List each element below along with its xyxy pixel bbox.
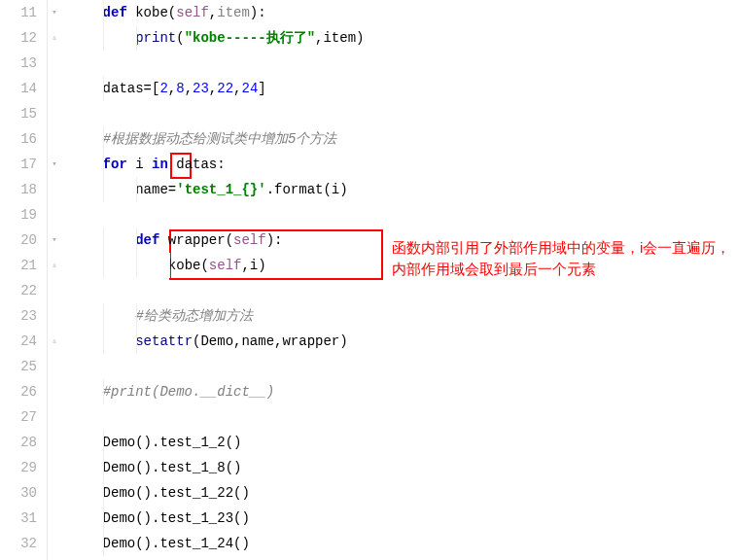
line-number: 19 [0, 202, 37, 228]
line-number: 20 [0, 228, 37, 253]
line-number: 17 [0, 152, 37, 177]
code-line[interactable] [70, 404, 738, 430]
code-line[interactable] [70, 354, 738, 379]
code-line[interactable]: name='test_1_{}'.format(i) [70, 177, 738, 202]
token-plain: , [185, 81, 193, 96]
code-line[interactable]: Demo().test_1_23() [70, 506, 738, 531]
line-number: 26 [0, 379, 37, 404]
code-line[interactable]: def kobe(self,item): [70, 0, 738, 25]
token-plain: , [168, 81, 176, 96]
code-editor[interactable]: 1112131415161718192021222324252627282930… [0, 0, 738, 560]
token-num: 22 [217, 81, 233, 96]
code-area[interactable]: 函数内部引用了外部作用域中的变量，i会一直遍历，内部作用域会取到最后一个元素 d… [66, 0, 738, 560]
code-line[interactable]: Demo().test_1_8() [70, 455, 738, 480]
token-plain: i [135, 157, 152, 172]
token-builtin: setattr [135, 333, 193, 349]
line-number: 31 [0, 506, 37, 531]
token-plain: datas=[ [103, 81, 160, 96]
token-plain: (Demo,name,wrapper) [193, 333, 348, 349]
token-builtin: print [135, 30, 176, 46]
token-comment: #根据数据动态给测试类中增加5个方法 [103, 131, 337, 147]
fold-marker-icon[interactable]: ▾ [50, 235, 59, 245]
token-num: 23 [193, 81, 209, 96]
line-number: 12 [0, 25, 37, 51]
token-self: self [233, 232, 266, 248]
token-plain: ,i) [241, 258, 265, 273]
token-plain: Demo().test_1_8() [103, 460, 242, 475]
code-line[interactable] [70, 202, 738, 228]
token-plain: Demo().test_1_23() [103, 510, 250, 526]
code-line[interactable]: for i in datas: [70, 152, 738, 177]
token-plain: ( [168, 5, 176, 20]
line-number: 21 [0, 253, 37, 278]
token-func: kobe [135, 5, 168, 20]
token-plain: ): [266, 232, 283, 248]
token-num: 2 [159, 81, 167, 96]
token-self: self [176, 5, 209, 20]
token-kw: for [103, 157, 136, 172]
token-plain: Demo().test_1_2() [103, 435, 242, 450]
code-line[interactable]: #根据数据动态给测试类中增加5个方法 [70, 126, 738, 152]
line-number: 11 [0, 0, 37, 25]
code-line[interactable]: #print(Demo.__dict__) [70, 379, 738, 404]
fold-marker-icon[interactable]: ▵ [50, 336, 59, 346]
line-number: 14 [0, 76, 37, 101]
line-number: 32 [0, 531, 37, 556]
line-number: 25 [0, 354, 37, 379]
line-number: 15 [0, 101, 37, 126]
line-number: 27 [0, 404, 37, 430]
fold-marker-icon[interactable]: ▵ [50, 261, 59, 270]
code-line[interactable]: Demo().test_1_2() [70, 430, 738, 455]
code-line[interactable]: print("kobe-----执行了",item) [70, 25, 738, 51]
token-kw: in [152, 157, 176, 172]
line-number-gutter: 1112131415161718192021222324252627282930… [0, 0, 47, 560]
line-number: 13 [0, 51, 37, 76]
token-num: 8 [176, 81, 184, 96]
code-line[interactable]: setattr(Demo,name,wrapper) [70, 329, 738, 354]
token-kw: def [103, 5, 136, 20]
line-number: 23 [0, 303, 37, 329]
token-plain: Demo().test_1_24() [103, 536, 250, 551]
token-kw: def [135, 232, 168, 248]
token-plain: ( [176, 30, 184, 46]
code-line[interactable]: kobe(self,i) [70, 253, 738, 278]
line-number: 28 [0, 430, 37, 455]
token-plain: kobe( [168, 258, 209, 273]
code-line[interactable] [70, 51, 738, 76]
code-line[interactable] [70, 101, 738, 126]
token-plain: datas: [176, 157, 225, 172]
code-line[interactable]: Demo().test_1_24() [70, 531, 738, 556]
token-plain: , [209, 81, 217, 96]
token-str: 'test_1_{}' [176, 182, 265, 197]
token-comment: #print(Demo.__dict__) [103, 384, 274, 400]
token-plain: item) [323, 30, 364, 46]
token-plain: ): [250, 5, 266, 20]
code-line[interactable]: #给类动态增加方法 [70, 303, 738, 329]
token-plain: Demo().test_1_22() [103, 485, 250, 501]
token-str: "kobe-----执行了" [185, 30, 315, 46]
code-line[interactable] [70, 278, 738, 303]
code-line[interactable]: def wrapper(self): [70, 228, 738, 253]
line-number: 24 [0, 329, 37, 354]
token-comment: #给类动态增加方法 [135, 308, 252, 324]
token-plain: , [209, 5, 217, 20]
token-plain: .format(i) [266, 182, 348, 197]
line-number: 30 [0, 480, 37, 506]
fold-marker-icon[interactable]: ▾ [50, 159, 59, 169]
fold-column[interactable]: ▾▵▾▾▵▵ [47, 0, 66, 560]
token-num: 24 [241, 81, 258, 96]
line-number: 29 [0, 455, 37, 480]
token-plain: ] [258, 81, 265, 96]
fold-marker-icon[interactable]: ▵ [50, 33, 59, 43]
fold-marker-icon[interactable]: ▾ [50, 8, 59, 18]
token-param: item [217, 5, 250, 20]
token-func: wrapper [168, 232, 226, 248]
line-number: 16 [0, 126, 37, 152]
token-plain: name= [135, 182, 176, 197]
code-line[interactable]: Demo().test_1_22() [70, 480, 738, 506]
token-self: self [209, 258, 242, 273]
line-number: 22 [0, 278, 37, 303]
code-line[interactable]: datas=[2,8,23,22,24] [70, 76, 738, 101]
line-number: 18 [0, 177, 37, 202]
token-plain: ( [226, 232, 233, 248]
